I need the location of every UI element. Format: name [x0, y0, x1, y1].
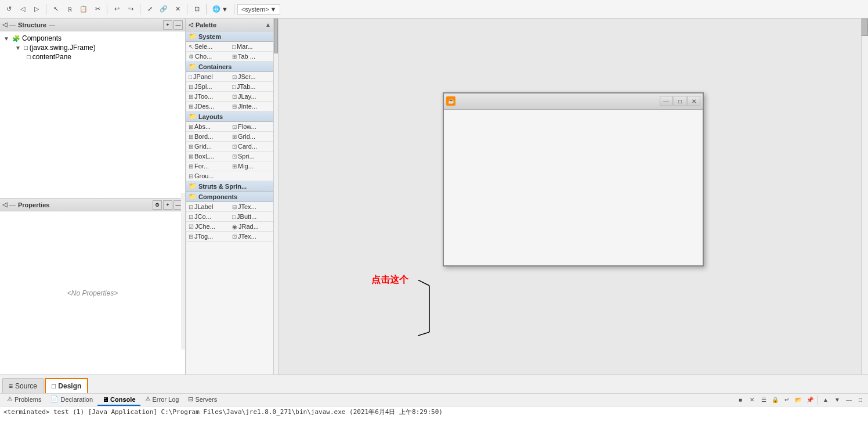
console-clear-btn[interactable]: ☰	[758, 395, 769, 405]
palette-item-for[interactable]: ⊞ For...	[186, 161, 230, 171]
console-tab-problems[interactable]: ⚠ Problems	[2, 394, 46, 406]
palette-item-grid2[interactable]: ⊞ Grid...	[186, 142, 230, 151]
palette-item-jpanel[interactable]: □ JPanel	[186, 72, 230, 81]
toolbar-undo-btn[interactable]: ↩	[110, 3, 123, 16]
palette-section-containers[interactable]: 📁 Containers	[186, 62, 273, 72]
jtab-label: JTab...	[237, 83, 255, 90]
toolbar-fit-btn[interactable]: ⊡	[190, 3, 203, 16]
console-scroll-lock-btn[interactable]: 🔒	[770, 395, 780, 405]
properties-btn1[interactable]: ⚙	[153, 200, 162, 210]
errorlog-label: Error Log	[153, 396, 179, 403]
mar-icon: □	[232, 44, 236, 50]
swing-minimize-btn[interactable]: —	[660, 96, 672, 106]
console-tab-declaration[interactable]: 📄 Declaration	[46, 394, 97, 406]
palette-item-jco[interactable]: ⊡ JCo...	[186, 212, 230, 221]
structure-minimize-btn[interactable]: —	[173, 20, 183, 30]
palette-item-flow[interactable]: ⊡ Flow...	[230, 122, 273, 131]
palette-scrollbar[interactable]	[273, 19, 278, 374]
toolbar-globe-btn[interactable]: 🌐 ▼	[209, 3, 231, 15]
palette-scroll-thumb	[274, 19, 278, 53]
palette-item-jbutt[interactable]: □ JButt...	[230, 212, 273, 221]
select-label: Sele...	[194, 43, 212, 50]
palette-item-jscr[interactable]: ⊡ JScr...	[230, 72, 273, 81]
palette-item-jdes[interactable]: ⊞ JDes...	[186, 102, 230, 111]
console-remove-btn[interactable]: ✕	[747, 395, 757, 405]
palette-item-abs[interactable]: ⊠ Abs...	[186, 122, 230, 131]
palette-item-jlay[interactable]: ⊡ JLay...	[230, 92, 273, 101]
toolbar-link-btn[interactable]: 🔗	[157, 3, 170, 16]
console-terminated-text: <terminated> test (1) [Java Application]…	[3, 408, 443, 416]
palette-item-tab[interactable]: ⊞ Tab ...	[230, 52, 273, 61]
palette-scroll-up-btn[interactable]: ▲	[265, 21, 271, 28]
console-tab-console[interactable]: 🖥 Console	[97, 394, 140, 406]
tab-design[interactable]: □ Design	[45, 378, 88, 393]
toolbar-next-btn[interactable]: ▷	[30, 3, 43, 16]
toolbar-redo-btn[interactable]: ↪	[124, 3, 137, 16]
properties-scrollbar[interactable]	[181, 193, 186, 350]
swing-close-btn[interactable]: ✕	[688, 96, 700, 106]
palette-item-jrad[interactable]: ◉ JRad...	[230, 222, 273, 231]
palette-section-struts[interactable]: 📁 Struts & Sprin...	[186, 181, 273, 192]
structure-panel-header: ◁ — Structure — + —	[0, 19, 185, 31]
console-minimize-btn[interactable]: —	[844, 395, 854, 405]
swing-maximize-btn[interactable]: □	[674, 96, 686, 106]
palette-item-boxl[interactable]: ⊠ BoxL...	[186, 152, 230, 161]
tab-source[interactable]: ≡ Source	[2, 378, 44, 393]
palette-item-jtoo[interactable]: ⊞ JToo...	[186, 92, 230, 101]
palette-item-jtex2[interactable]: ⊡ JTex...	[230, 232, 273, 241]
toolbar-move-btn[interactable]: ⤢	[143, 3, 156, 16]
palette-row-layouts-6: ⊟ Grou...	[186, 171, 273, 181]
toolbar-refresh-btn[interactable]: ↺	[2, 3, 15, 16]
jlay-label: JLay...	[238, 93, 256, 100]
console-toolbar-sep	[818, 395, 818, 405]
console-stop-btn[interactable]: ■	[735, 395, 746, 405]
palette-item-jtab[interactable]: □ JTab...	[230, 82, 273, 91]
toolbar-paste-btn[interactable]: 📋	[77, 3, 90, 16]
swing-title-controls: — □ ✕	[660, 96, 700, 106]
palette-item-card[interactable]: ⊡ Card...	[230, 142, 273, 151]
toolbar-system-dropdown[interactable]: <system> ▼	[237, 4, 281, 15]
palette-item-mar[interactable]: □ Mar...	[230, 42, 273, 51]
canvas-scrollbar[interactable]	[861, 19, 868, 374]
palette-item-cho[interactable]: ⚙ Cho...	[186, 52, 230, 61]
console-maximize-btn[interactable]: □	[855, 395, 866, 405]
console-tab-servers[interactable]: ⊟ Servers	[183, 394, 222, 406]
tree-item-components[interactable]: ▼ 🧩 Components	[2, 34, 183, 43]
palette-item-mig[interactable]: ⊞ Mig...	[230, 161, 273, 171]
jtex2-icon: ⊡	[232, 233, 237, 240]
toolbar-prev-btn[interactable]: ◁	[16, 3, 29, 16]
palette-item-jtex1[interactable]: ⊟ JTex...	[230, 202, 273, 211]
console-tab-errorlog[interactable]: ⚠ Error Log	[140, 394, 184, 406]
toolbar-copy-btn[interactable]: ⎘	[63, 3, 76, 16]
properties-btn2[interactable]: +	[163, 200, 172, 210]
svg-line-0	[418, 280, 429, 286]
console-arrow-up-btn[interactable]: ▲	[820, 395, 831, 405]
palette-item-select[interactable]: ↖ Sele...	[186, 42, 230, 51]
declaration-label: Declaration	[60, 396, 93, 403]
palette-item-jspl[interactable]: ⊟ JSpl...	[186, 82, 230, 91]
console-word-wrap-btn[interactable]: ↵	[782, 395, 792, 405]
palette-item-spri[interactable]: ⊡ Spri...	[230, 152, 273, 161]
tree-item-contentpane[interactable]: □ contentPane	[26, 52, 183, 62]
palette-item-jinte[interactable]: ⊟ JInte...	[230, 102, 273, 111]
annotation-text: 点击这个	[371, 275, 408, 284]
toolbar-cursor-btn[interactable]: ↖	[49, 3, 62, 16]
palette-section-components[interactable]: 📁 Components	[186, 192, 273, 202]
palette-section-layouts[interactable]: 📁 Layouts	[186, 111, 273, 122]
toolbar-delete-btn[interactable]: ✕	[171, 3, 184, 16]
palette-item-jche[interactable]: ☑ JChe...	[186, 222, 230, 231]
structure-expand-btn[interactable]: +	[163, 20, 172, 30]
system-arrow: ▼	[270, 6, 277, 13]
palette-item-jlabel[interactable]: ⊡ JLabel	[186, 202, 230, 211]
palette-item-grou[interactable]: ⊟ Grou...	[186, 171, 230, 181]
console-pin-btn[interactable]: 📌	[805, 395, 815, 405]
console-open-btn[interactable]: 📂	[793, 395, 804, 405]
palette-item-bord[interactable]: ⊞ Bord...	[186, 132, 230, 141]
palette-item-jtog[interactable]: ⊟ JTog...	[186, 232, 230, 241]
toolbar-cut-btn[interactable]: ✂	[91, 3, 104, 16]
palette-row-comp-2: ⊡ JCo... □ JButt...	[186, 212, 273, 222]
console-arrow-down-btn[interactable]: ▼	[832, 395, 842, 405]
palette-section-system[interactable]: 📁 System	[186, 31, 273, 42]
palette-item-grid1[interactable]: ⊞ Grid...	[230, 132, 273, 141]
tree-item-jframe[interactable]: ▼ □ (javax.swing.JFrame)	[14, 43, 183, 52]
